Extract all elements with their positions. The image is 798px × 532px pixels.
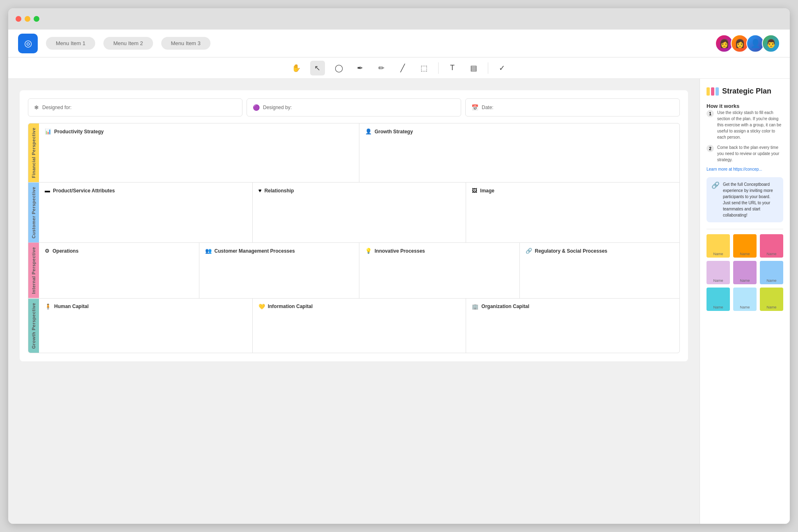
growth-cells: 🧍 Human Capital 💛 Information Capital (39, 299, 679, 353)
pen-tool-button[interactable]: ✒ (353, 61, 368, 75)
step-2-num: 2 (707, 145, 714, 152)
avatar-4[interactable]: 👨 (762, 34, 780, 53)
sticky-lightblue[interactable]: Name (760, 261, 783, 284)
sticky-yellow-name: Name (713, 252, 723, 256)
growth-icon: 👤 (365, 128, 372, 135)
financial-label: Financial Perspective (28, 123, 39, 182)
color-bar-pink (711, 87, 714, 96)
check-tool-button[interactable]: ✓ (495, 61, 510, 75)
toolbar: ✋ ↖ ◯ ✒ ✏ ╱ ⬚ T ▤ ✓ (8, 57, 790, 79)
innovative-title: Innovative Processes (375, 248, 425, 254)
organization-capital-icon: 🏢 (472, 304, 478, 310)
growth-perspective-row: Growth Perspective 🧍 Human Capital � (28, 299, 679, 353)
regulatory-cell[interactable]: 🔗 Regulatory & Social Processes (520, 243, 680, 298)
customer-mgmt-cell[interactable]: 👥 Customer Management Processes (199, 243, 360, 298)
innovative-cell[interactable]: 💡 Innovative Processes (359, 243, 520, 298)
customer-mgmt-title: Customer Management Processes (215, 248, 295, 254)
step-1: 1 Use the sticky stash to fill each sect… (707, 110, 783, 140)
customer-label: Customer Perspective (28, 183, 39, 242)
productivity-header: 📊 Productivity Strategy (45, 128, 353, 135)
frame-tool-button[interactable]: ⬚ (417, 61, 432, 75)
shape-tool-button[interactable]: ◯ (332, 61, 346, 75)
sticky-lime-name: Name (766, 305, 776, 309)
designed-by-icon: 🟣 (253, 104, 260, 111)
product-icon: ▬ (45, 187, 50, 194)
sticky-lavender-name: Name (713, 279, 723, 283)
board: ❄ Designed for: 🟣 Designed by: 📅 Date: (20, 90, 688, 361)
logo-icon: ◎ (24, 38, 32, 49)
select-tool-button[interactable]: ↖ (310, 61, 325, 75)
header-avatars: 👩 👩 👤 👨 (718, 34, 780, 53)
title-bar (8, 8, 790, 30)
hand-tool-button[interactable]: ✋ (289, 61, 304, 75)
customer-mgmt-header: 👥 Customer Management Processes (205, 248, 354, 254)
customer-cells: ▬ Product/Service Attributes ♥ Relations… (39, 183, 679, 242)
highlight-tool-button[interactable]: ✏ (374, 61, 389, 75)
product-title: Product/Service Attributes (53, 188, 115, 194)
operations-cell[interactable]: ⚙ Operations (39, 243, 199, 298)
regulatory-title: Regulatory & Social Processes (535, 248, 608, 254)
nav-item-3[interactable]: Menu Item 3 (161, 37, 210, 50)
regulatory-icon: 🔗 (526, 248, 532, 254)
image-cell[interactable]: 🖼 Image (466, 183, 679, 242)
human-capital-cell[interactable]: 🧍 Human Capital (39, 299, 253, 353)
sticky-orange[interactable]: Name (733, 234, 757, 258)
relationship-header: ♥ Relationship (258, 187, 460, 194)
financial-cells: 📊 Productivity Strategy 👤 Growth Strateg… (39, 123, 679, 182)
minimize-button[interactable] (25, 16, 30, 22)
product-service-cell[interactable]: ▬ Product/Service Attributes (39, 183, 253, 242)
meta-row: ❄ Designed for: 🟣 Designed by: 📅 Date: (28, 98, 680, 116)
sticky-purple[interactable]: Name (733, 261, 757, 284)
customer-mgmt-icon: 👥 (205, 248, 212, 254)
information-capital-icon: 💛 (258, 304, 265, 310)
maximize-button[interactable] (34, 16, 39, 22)
relationship-cell[interactable]: ♥ Relationship (253, 183, 466, 242)
designed-for-label: Designed for: (42, 105, 71, 110)
information-capital-title: Information Capital (268, 304, 313, 309)
date-cell: 📅 Date: (465, 98, 680, 116)
sticky-yellow[interactable]: Name (707, 234, 730, 258)
toolbar-divider-2 (488, 62, 488, 74)
nav-item-1[interactable]: Menu Item 1 (46, 37, 95, 50)
close-button[interactable] (16, 16, 21, 22)
sticky-lime[interactable]: Name (760, 288, 783, 311)
text-tool-button[interactable]: T (445, 61, 460, 75)
date-label: Date: (482, 105, 494, 110)
step-2: 2 Come back to the plan every time you n… (707, 144, 783, 163)
growth-strategy-cell[interactable]: 👤 Growth Strategy (359, 123, 679, 182)
designed-for-icon: ❄ (34, 104, 39, 111)
sticky-teal-name: Name (713, 305, 723, 309)
organization-capital-cell[interactable]: 🏢 Organization Capital (466, 299, 679, 353)
step-1-num: 1 (707, 110, 714, 117)
date-icon: 📅 (471, 104, 478, 111)
learn-more-link[interactable]: Learn more at https://concep... (707, 167, 783, 171)
productivity-strategy-cell[interactable]: 📊 Productivity Strategy (39, 123, 359, 182)
designed-for-cell: ❄ Designed for: (28, 98, 242, 116)
board-container[interactable]: ❄ Designed for: 🟣 Designed by: 📅 Date: (8, 79, 700, 524)
app-logo[interactable]: ◎ (18, 34, 38, 53)
line-tool-button[interactable]: ╱ (396, 61, 410, 75)
innovative-header: 💡 Innovative Processes (365, 248, 514, 254)
growth-header: 👤 Growth Strategy (365, 128, 674, 135)
sticky-pink[interactable]: Name (760, 234, 783, 258)
financial-row: Financial Perspective 📊 Productivity Str… (28, 123, 679, 183)
information-capital-cell[interactable]: 💛 Information Capital (253, 299, 466, 353)
sticky-skyblue[interactable]: Name (733, 288, 757, 311)
regulatory-header: 🔗 Regulatory & Social Processes (526, 248, 674, 254)
step-1-text: Use the sticky stash to fill each sectio… (717, 110, 783, 140)
panel-header: Strategic Plan (707, 87, 783, 96)
relationship-title: Relationship (264, 188, 294, 194)
sticky-lightblue-name: Name (766, 279, 776, 283)
perspective-grid: Financial Perspective 📊 Productivity Str… (28, 123, 680, 353)
information-capital-header: 💛 Information Capital (258, 304, 460, 310)
internal-cells: ⚙ Operations 👥 Customer Management Proce… (39, 243, 679, 298)
sticky-lavender[interactable]: Name (707, 261, 730, 284)
sticky-teal[interactable]: Name (707, 288, 730, 311)
operations-icon: ⚙ (45, 248, 50, 254)
promo-text: Get the full Conceptboard experience by … (723, 181, 778, 218)
internal-label: Internal Perspective (28, 243, 39, 298)
nav-item-2[interactable]: Menu Item 2 (103, 37, 153, 50)
traffic-lights (16, 16, 39, 22)
sticky-tool-button[interactable]: ▤ (466, 61, 481, 75)
human-capital-icon: 🧍 (45, 304, 51, 310)
